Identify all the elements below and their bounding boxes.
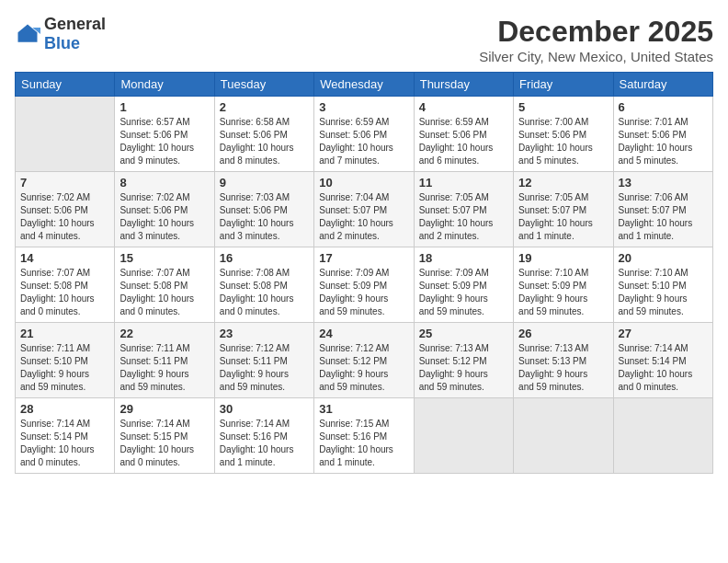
- page-header: General Blue December 2025 Silver City, …: [15, 15, 713, 64]
- day-number: 27: [619, 327, 708, 340]
- day-of-week-header: Sunday: [16, 73, 115, 97]
- day-info: Sunrise: 7:09 AMSunset: 5:09 PMDaylight:…: [319, 267, 408, 318]
- calendar-cell: 16Sunrise: 7:08 AMSunset: 5:08 PMDayligh…: [214, 247, 313, 323]
- day-number: 23: [220, 327, 309, 340]
- calendar-cell: 28Sunrise: 7:14 AMSunset: 5:14 PMDayligh…: [16, 398, 115, 474]
- calendar-header: SundayMondayTuesdayWednesdayThursdayFrid…: [16, 73, 713, 97]
- calendar-week-row: 28Sunrise: 7:14 AMSunset: 5:14 PMDayligh…: [16, 398, 713, 474]
- calendar-cell: 21Sunrise: 7:11 AMSunset: 5:10 PMDayligh…: [16, 323, 115, 398]
- day-number: 22: [119, 327, 209, 340]
- day-number: 9: [220, 176, 309, 190]
- day-info: Sunrise: 6:58 AMSunset: 5:06 PMDaylight:…: [220, 116, 309, 167]
- calendar-cell: 30Sunrise: 7:14 AMSunset: 5:16 PMDayligh…: [214, 398, 313, 474]
- day-number: 11: [419, 176, 508, 190]
- calendar-cell: 17Sunrise: 7:09 AMSunset: 5:09 PMDayligh…: [314, 247, 414, 323]
- day-number: 2: [220, 100, 309, 114]
- calendar-cell: 24Sunrise: 7:12 AMSunset: 5:12 PMDayligh…: [314, 323, 414, 398]
- day-info: Sunrise: 7:13 AMSunset: 5:12 PMDaylight:…: [419, 342, 508, 394]
- calendar-week-row: 14Sunrise: 7:07 AMSunset: 5:08 PMDayligh…: [16, 247, 713, 323]
- day-info: Sunrise: 6:59 AMSunset: 5:06 PMDaylight:…: [419, 116, 508, 167]
- calendar-cell: 25Sunrise: 7:13 AMSunset: 5:12 PMDayligh…: [414, 323, 513, 398]
- svg-marker-0: [18, 25, 38, 42]
- day-info: Sunrise: 7:11 AMSunset: 5:10 PMDaylight:…: [20, 342, 109, 394]
- calendar-cell: 9Sunrise: 7:03 AMSunset: 5:06 PMDaylight…: [214, 172, 313, 247]
- calendar-cell: 27Sunrise: 7:14 AMSunset: 5:14 PMDayligh…: [613, 323, 712, 398]
- day-info: Sunrise: 6:59 AMSunset: 5:06 PMDaylight:…: [319, 116, 408, 167]
- calendar-cell: 2Sunrise: 6:58 AMSunset: 5:06 PMDaylight…: [214, 97, 313, 172]
- day-info: Sunrise: 7:14 AMSunset: 5:14 PMDaylight:…: [619, 342, 708, 394]
- day-number: 6: [619, 100, 708, 114]
- day-of-week-header: Wednesday: [314, 73, 414, 97]
- day-info: Sunrise: 7:00 AMSunset: 5:06 PMDaylight:…: [518, 116, 608, 167]
- day-number: 12: [518, 176, 608, 190]
- day-info: Sunrise: 7:05 AMSunset: 5:07 PMDaylight:…: [518, 191, 608, 243]
- day-number: 1: [119, 100, 209, 114]
- calendar-cell: 18Sunrise: 7:09 AMSunset: 5:09 PMDayligh…: [414, 247, 513, 323]
- day-info: Sunrise: 7:07 AMSunset: 5:08 PMDaylight:…: [20, 267, 109, 318]
- day-of-week-header: Saturday: [613, 73, 712, 97]
- page-title: December 2025: [479, 15, 713, 49]
- calendar-cell: [613, 398, 712, 474]
- day-number: 28: [20, 402, 109, 416]
- day-info: Sunrise: 7:10 AMSunset: 5:09 PMDaylight:…: [518, 267, 608, 318]
- day-number: 18: [419, 251, 508, 265]
- calendar-cell: 26Sunrise: 7:13 AMSunset: 5:13 PMDayligh…: [514, 323, 613, 398]
- day-number: 24: [319, 327, 408, 340]
- day-info: Sunrise: 6:57 AMSunset: 5:06 PMDaylight:…: [119, 116, 209, 167]
- day-info: Sunrise: 7:03 AMSunset: 5:06 PMDaylight:…: [220, 191, 309, 243]
- calendar-cell: 12Sunrise: 7:05 AMSunset: 5:07 PMDayligh…: [514, 172, 613, 247]
- calendar-cell: 19Sunrise: 7:10 AMSunset: 5:09 PMDayligh…: [514, 247, 613, 323]
- logo-text-blue: Blue: [44, 34, 80, 52]
- calendar-cell: 1Sunrise: 6:57 AMSunset: 5:06 PMDaylight…: [115, 97, 214, 172]
- day-number: 29: [119, 402, 209, 416]
- calendar-cell: 15Sunrise: 7:07 AMSunset: 5:08 PMDayligh…: [115, 247, 214, 323]
- day-number: 30: [220, 402, 309, 416]
- calendar-week-row: 21Sunrise: 7:11 AMSunset: 5:10 PMDayligh…: [16, 323, 713, 398]
- day-number: 17: [319, 251, 408, 265]
- day-info: Sunrise: 7:07 AMSunset: 5:08 PMDaylight:…: [119, 267, 209, 318]
- calendar-cell: 13Sunrise: 7:06 AMSunset: 5:07 PMDayligh…: [613, 172, 712, 247]
- calendar-cell: 31Sunrise: 7:15 AMSunset: 5:16 PMDayligh…: [314, 398, 414, 474]
- calendar-cell: 7Sunrise: 7:02 AMSunset: 5:06 PMDaylight…: [16, 172, 115, 247]
- calendar-cell: 29Sunrise: 7:14 AMSunset: 5:15 PMDayligh…: [115, 398, 214, 474]
- calendar-cell: 8Sunrise: 7:02 AMSunset: 5:06 PMDaylight…: [115, 172, 214, 247]
- day-of-week-header: Thursday: [414, 73, 513, 97]
- day-number: 13: [619, 176, 708, 190]
- day-of-week-header: Friday: [514, 73, 613, 97]
- day-of-week-header: Monday: [115, 73, 214, 97]
- day-info: Sunrise: 7:15 AMSunset: 5:16 PMDaylight:…: [319, 418, 408, 469]
- calendar-cell: 20Sunrise: 7:10 AMSunset: 5:10 PMDayligh…: [613, 247, 712, 323]
- day-info: Sunrise: 7:12 AMSunset: 5:12 PMDaylight:…: [319, 342, 408, 394]
- logo-text-general: General: [44, 15, 106, 33]
- calendar-cell: [16, 97, 115, 172]
- page-subtitle: Silver City, New Mexico, United States: [479, 49, 713, 64]
- day-info: Sunrise: 7:02 AMSunset: 5:06 PMDaylight:…: [20, 191, 109, 243]
- calendar-cell: 10Sunrise: 7:04 AMSunset: 5:07 PMDayligh…: [314, 172, 414, 247]
- day-info: Sunrise: 7:12 AMSunset: 5:11 PMDaylight:…: [220, 342, 309, 394]
- day-info: Sunrise: 7:04 AMSunset: 5:07 PMDaylight:…: [319, 191, 408, 243]
- calendar-cell: 22Sunrise: 7:11 AMSunset: 5:11 PMDayligh…: [115, 323, 214, 398]
- calendar-cell: 3Sunrise: 6:59 AMSunset: 5:06 PMDaylight…: [314, 97, 414, 172]
- day-info: Sunrise: 7:09 AMSunset: 5:09 PMDaylight:…: [419, 267, 508, 318]
- day-number: 10: [319, 176, 408, 190]
- day-number: 3: [319, 100, 408, 114]
- calendar-cell: 14Sunrise: 7:07 AMSunset: 5:08 PMDayligh…: [16, 247, 115, 323]
- calendar-cell: 4Sunrise: 6:59 AMSunset: 5:06 PMDaylight…: [414, 97, 513, 172]
- day-number: 5: [518, 100, 608, 114]
- day-number: 16: [220, 251, 309, 265]
- day-number: 14: [20, 251, 109, 265]
- calendar-body: 1Sunrise: 6:57 AMSunset: 5:06 PMDaylight…: [16, 97, 713, 474]
- day-number: 25: [419, 327, 508, 340]
- day-info: Sunrise: 7:02 AMSunset: 5:06 PMDaylight:…: [119, 191, 209, 243]
- day-info: Sunrise: 7:01 AMSunset: 5:06 PMDaylight:…: [619, 116, 708, 167]
- day-info: Sunrise: 7:11 AMSunset: 5:11 PMDaylight:…: [119, 342, 209, 394]
- logo-icon: [15, 21, 40, 47]
- day-info: Sunrise: 7:06 AMSunset: 5:07 PMDaylight:…: [619, 191, 708, 243]
- calendar-cell: 6Sunrise: 7:01 AMSunset: 5:06 PMDaylight…: [613, 97, 712, 172]
- day-number: 20: [619, 251, 708, 265]
- day-number: 4: [419, 100, 508, 114]
- calendar-table: SundayMondayTuesdayWednesdayThursdayFrid…: [15, 72, 713, 474]
- title-block: December 2025 Silver City, New Mexico, U…: [479, 15, 713, 64]
- calendar-week-row: 1Sunrise: 6:57 AMSunset: 5:06 PMDaylight…: [16, 97, 713, 172]
- calendar-week-row: 7Sunrise: 7:02 AMSunset: 5:06 PMDaylight…: [16, 172, 713, 247]
